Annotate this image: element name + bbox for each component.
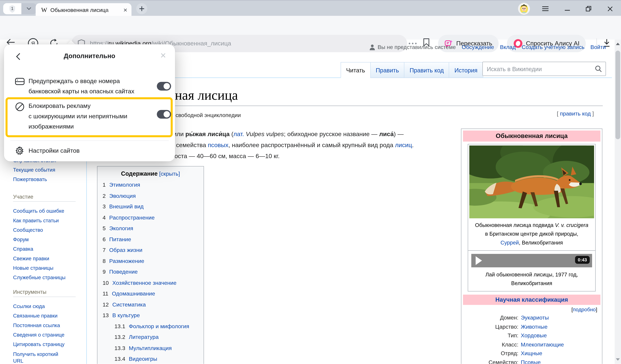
minimize-icon bbox=[565, 6, 569, 11]
vulpes-link[interactable]: лисиц bbox=[395, 142, 412, 148]
toc-subitem: 13.4Видеоигры bbox=[103, 354, 204, 364]
sidebar-item-community[interactable]: Сообщество bbox=[13, 227, 43, 233]
sidebar-item-page-info[interactable]: Сведения о странице bbox=[13, 332, 64, 338]
image-caption: Обыкновенная лисица подвида V. v. crucig… bbox=[468, 220, 595, 250]
details-link-row: [подробно] bbox=[463, 305, 600, 313]
wiki-sidebar: Случайная статья Текущие события Пожертв… bbox=[13, 156, 83, 364]
block-ads-icon bbox=[15, 102, 25, 111]
tab-count-number: 1 bbox=[9, 6, 16, 11]
toc-item: 8Размножение bbox=[103, 256, 204, 267]
sidebar-item-related-changes[interactable]: Связанные правки bbox=[13, 313, 57, 319]
restore-icon bbox=[586, 6, 591, 12]
taxobox-title: Обыкновенная лисица bbox=[463, 130, 600, 142]
wiki-link-contributions[interactable]: Вклад bbox=[500, 44, 516, 50]
latin-link[interactable]: лат. bbox=[233, 130, 244, 137]
page-scrollbar[interactable] bbox=[615, 40, 621, 364]
restore-button[interactable] bbox=[584, 4, 593, 14]
tab-read[interactable]: Читать bbox=[341, 62, 370, 78]
new-tab-button[interactable] bbox=[136, 3, 147, 14]
surrey-link[interactable]: Суррей bbox=[500, 240, 519, 246]
sidebar-item-current-events[interactable]: Текущие события bbox=[13, 167, 55, 173]
panel-close-button[interactable]: ✕ bbox=[160, 51, 166, 60]
tab-edit[interactable]: Править bbox=[370, 62, 404, 78]
block-ads-toggle[interactable] bbox=[157, 110, 171, 119]
toc-item: 1Этимология bbox=[103, 179, 204, 190]
sidebar-item-forum[interactable]: Форум bbox=[13, 237, 29, 242]
toc-item: 13В культуре bbox=[103, 310, 204, 321]
edit-code-link[interactable]: править код bbox=[560, 110, 591, 117]
details-link[interactable]: подробно bbox=[573, 306, 596, 312]
hamburger-menu-icon bbox=[542, 6, 549, 11]
wiki-link-discussion[interactable]: Обсуждение bbox=[462, 44, 494, 50]
browser-menu-button[interactable] bbox=[541, 4, 550, 14]
minimize-button[interactable] bbox=[562, 4, 572, 14]
toc-item: 10Хозяйственное значение bbox=[103, 278, 204, 288]
tab-count-control[interactable]: 1 bbox=[3, 3, 36, 14]
fox-photo[interactable] bbox=[468, 144, 595, 220]
toc-item: 6Питание bbox=[103, 234, 204, 245]
user-status: Вы не представились системе bbox=[370, 44, 456, 50]
toc-subitem: 13.1Фольклор и мифология bbox=[103, 321, 204, 332]
tab-strip: 1 W Обыкновенная лисица ✕ bbox=[0, 0, 621, 16]
block-ads-label: Блокировать рекламус шокирующими или неп… bbox=[29, 101, 127, 132]
wiki-search-box[interactable] bbox=[482, 62, 606, 76]
wiki-link-login[interactable]: Войти bbox=[590, 44, 606, 50]
gear-icon bbox=[15, 146, 25, 155]
scrollbar-thumb[interactable] bbox=[615, 51, 620, 139]
classification-row: Тип:Хордовые bbox=[463, 331, 600, 340]
taxobox-image-frame: Обыкновенная лисица подвида V. v. crucig… bbox=[468, 144, 596, 292]
audio-player[interactable]: 0:43 bbox=[471, 254, 592, 268]
classification-header: Научная классификация bbox=[463, 295, 600, 305]
scroll-down-arrow[interactable] bbox=[616, 358, 620, 361]
search-icon[interactable] bbox=[595, 65, 602, 72]
audio-section: 0:43 Лай обыкновенной лисицы, 1977 год, … bbox=[468, 250, 595, 291]
classification-row: Семейство:Псовые bbox=[463, 358, 600, 364]
site-settings-item[interactable]: Настройки сайтов bbox=[29, 145, 80, 156]
toc-item: 4Распространение bbox=[103, 212, 204, 223]
toc-item: 3Внешний вид bbox=[103, 201, 204, 212]
tab-list-dropdown[interactable] bbox=[21, 3, 36, 14]
wiki-search-input[interactable] bbox=[483, 65, 595, 72]
tab-close-icon[interactable]: ✕ bbox=[123, 7, 128, 13]
sidebar-item-cite-page[interactable]: Цитировать страницу bbox=[13, 341, 64, 347]
scroll-up-arrow[interactable] bbox=[616, 43, 620, 45]
sidebar-item-how-to-edit[interactable]: Как править статьи bbox=[13, 218, 59, 223]
sidebar-item-new-pages[interactable]: Новые страницы bbox=[13, 265, 53, 271]
classification-row: Царство:Животные bbox=[463, 322, 600, 331]
panel-title: Дополнительно bbox=[4, 44, 175, 66]
person-icon bbox=[370, 44, 375, 50]
profile-avatar[interactable] bbox=[518, 3, 530, 15]
wikipedia-favicon: W bbox=[41, 6, 47, 14]
audio-caption: Лай обыкновенной лисицы, 1977 год, Велик… bbox=[471, 270, 592, 288]
browser-toolbar: Я https://ru.wikipedia.org/wiki/Обыкнове… bbox=[0, 16, 621, 40]
toc-subitem: 13.3Мультипликация bbox=[103, 343, 204, 353]
sidebar-item-report-error[interactable]: Сообщить об ошибке bbox=[13, 208, 64, 214]
play-icon[interactable] bbox=[476, 256, 482, 265]
alice-avatar-image bbox=[518, 3, 530, 15]
canidae-link[interactable]: псовых bbox=[208, 142, 228, 148]
card-warning-toggle[interactable] bbox=[157, 82, 171, 91]
sidebar-item-donate[interactable]: Пожертвовать bbox=[13, 176, 47, 182]
classification-row: Отряд:Хищные bbox=[463, 349, 600, 358]
toc-item: 7Образ жизни bbox=[103, 245, 204, 256]
edit-section-link: [ править код ] bbox=[557, 110, 594, 117]
chevron-down-icon bbox=[27, 7, 31, 10]
sidebar-item-what-links-here[interactable]: Ссылки сюда bbox=[13, 303, 45, 309]
toc-item: 9Поведение bbox=[103, 267, 204, 277]
sidebar-item-help[interactable]: Справка bbox=[13, 246, 33, 252]
sidebar-item-short-url[interactable]: Получить короткийURL bbox=[13, 351, 83, 364]
tab-history[interactable]: История bbox=[449, 62, 483, 78]
close-window-button[interactable] bbox=[605, 4, 615, 14]
classification-row: Класс:Млекопитающие bbox=[463, 340, 600, 349]
toc-hide-link[interactable]: [скрыть] bbox=[159, 170, 180, 177]
sidebar-item-special-pages[interactable]: Служебные страницы bbox=[13, 274, 66, 280]
wiki-personal-bar: Вы не представились системе Обсуждение В… bbox=[370, 44, 606, 50]
tab-edit-source[interactable]: Править код bbox=[404, 62, 449, 78]
taxobox: Обыкновенная лисица bbox=[461, 128, 602, 364]
wiki-link-create-account[interactable]: Создать учётную запись bbox=[522, 44, 585, 50]
classification-row: Домен:Эукариоты bbox=[463, 313, 600, 322]
browser-tab[interactable]: W Обыкновенная лисица ✕ bbox=[36, 3, 132, 16]
sidebar-item-permanent-link[interactable]: Постоянная ссылка bbox=[13, 322, 60, 328]
sidebar-item-recent-changes[interactable]: Свежие правки bbox=[13, 255, 49, 261]
tab-title: Обыкновенная лисица bbox=[50, 7, 121, 13]
